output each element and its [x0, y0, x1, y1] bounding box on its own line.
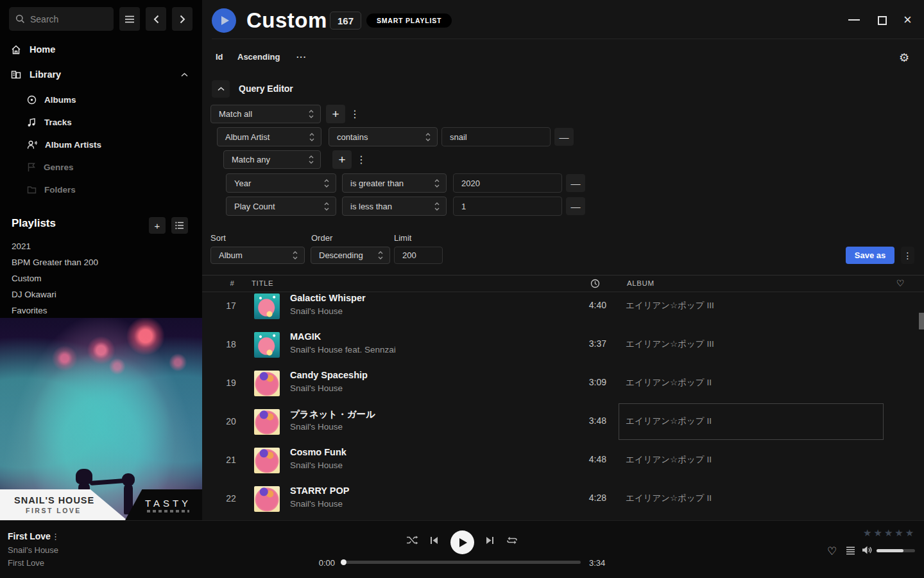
sidebar-item-albums[interactable]: Albums [0, 90, 202, 109]
add-playlist-button[interactable]: + [149, 217, 166, 234]
seek-bar[interactable] [343, 561, 581, 564]
remove-rule-button[interactable]: — [566, 197, 585, 215]
sort-select[interactable]: Album [210, 247, 305, 264]
match-type-select[interactable]: Match all [210, 105, 321, 123]
remove-rule-button[interactable]: — [554, 128, 574, 146]
track-album[interactable]: エイリアン☆ポップ II [626, 493, 712, 504]
rule-value-input[interactable] [441, 127, 551, 146]
table-row[interactable]: 21 Cosmo Funk Snail's House 4:48 エイリアン☆ポ… [202, 441, 924, 480]
seek-knob[interactable] [341, 559, 346, 565]
star-icon[interactable]: ★ [863, 527, 871, 539]
window-minimize-button[interactable] [848, 19, 860, 21]
next-button[interactable] [485, 536, 494, 545]
favorite-heart-icon[interactable]: ♡ [896, 278, 905, 288]
track-album[interactable]: エイリアン☆ポップ II [626, 377, 712, 389]
play-pause-button[interactable] [450, 530, 474, 554]
playlist-item[interactable]: Custom [12, 270, 191, 286]
save-menu-button[interactable]: ⋮ [901, 247, 914, 264]
track-album[interactable]: エイリアン☆ポップ III [626, 338, 714, 350]
playlist-item[interactable]: 2021 [12, 238, 191, 254]
shuffle-button[interactable] [406, 536, 418, 545]
track-artist[interactable]: Snail's House [290, 383, 343, 393]
volume-icon[interactable] [862, 545, 873, 555]
rule-operator-select[interactable]: is less than [342, 197, 447, 216]
table-row[interactable]: 18 MAGIK Snail's House feat. Sennzai 3:3… [202, 326, 924, 364]
limit-input[interactable] [394, 247, 443, 264]
rating-stars[interactable]: ★ ★ ★ ★ ★ [863, 527, 914, 539]
repeat-button[interactable] [506, 536, 518, 545]
volume-slider[interactable] [877, 549, 915, 552]
column-title[interactable]: TITLE [252, 279, 273, 287]
rule-operator-select[interactable]: is greater than [342, 173, 447, 193]
search-input[interactable]: Search [9, 7, 114, 31]
queue-button[interactable] [846, 547, 855, 555]
more-options-button[interactable]: ··· [296, 52, 307, 62]
star-icon[interactable]: ★ [873, 527, 882, 539]
rule-field-select[interactable]: Play Count [226, 197, 336, 216]
now-playing-artist[interactable]: Snail's House [8, 545, 58, 555]
table-row[interactable]: 17 Galactic Whisper Snail's House 4:40 エ… [202, 293, 924, 326]
rule-field-select[interactable]: Year [226, 173, 336, 193]
group-menu-button[interactable]: ⋮ [350, 105, 360, 123]
track-artist[interactable]: Snail's House [290, 306, 343, 316]
select-value: is less than [350, 202, 392, 211]
sidebar-item-genres[interactable]: Genres [0, 157, 202, 177]
playlist-item[interactable]: BPM Greater than 200 [12, 254, 191, 270]
sidebar-item-folders[interactable]: Folders [0, 180, 202, 199]
now-playing-album[interactable]: First Love [8, 558, 44, 568]
remove-rule-button[interactable]: — [566, 174, 585, 192]
now-playing-artwork[interactable]: SNAIL'S HOUSE FIRST LOVE TASTY [0, 318, 202, 520]
track-album[interactable]: エイリアン☆ポップ II [626, 416, 712, 427]
table-row[interactable]: 22 STARRY POP Snail's House 4:28 エイリアン☆ポ… [202, 480, 924, 518]
track-artist[interactable]: Snail's House [290, 422, 343, 432]
star-icon[interactable]: ★ [884, 527, 893, 539]
track-album[interactable]: エイリアン☆ポップ II [626, 454, 712, 466]
rule-operator-select[interactable]: contains [329, 127, 438, 146]
column-album[interactable]: ALBUM [627, 279, 654, 287]
favorite-button[interactable]: ♡ [827, 545, 837, 558]
sort-field-button[interactable]: Id [216, 52, 223, 62]
now-playing-title[interactable]: First Love [8, 531, 51, 541]
rule-value-input[interactable] [453, 173, 562, 193]
column-number[interactable]: # [225, 279, 239, 287]
window-close-button[interactable]: × [903, 12, 912, 28]
nested-match-type-select[interactable]: Match any [223, 150, 321, 169]
track-artist[interactable]: Snail's House [290, 499, 343, 509]
track-artist[interactable]: Snail's House feat. Sennzai [290, 345, 396, 355]
add-nested-rule-button[interactable]: + [332, 150, 352, 169]
rule-field-select[interactable]: Album Artist [217, 127, 321, 146]
star-icon[interactable]: ★ [894, 527, 903, 539]
sidebar-item-home[interactable]: Home [0, 40, 202, 59]
duration-clock-icon[interactable] [590, 279, 600, 288]
nav-forward-button[interactable] [172, 7, 193, 31]
gear-icon[interactable]: ⚙ [899, 51, 909, 65]
now-playing-menu-button[interactable]: ⋮ [51, 532, 60, 541]
chevron-up-icon[interactable] [181, 73, 188, 77]
rule-value-input[interactable] [453, 197, 562, 216]
sort-direction-button[interactable]: Ascending [237, 52, 280, 62]
order-select[interactable]: Descending [311, 247, 390, 264]
scrollbar-thumb[interactable] [919, 313, 924, 329]
player-bar: First Love ⋮ Snail's House First Love 0:… [0, 520, 924, 578]
query-editor-title: Query Editor [239, 83, 293, 94]
table-row[interactable]: 20 プラネット・ガール Snail's House 3:48 エイリアン☆ポッ… [202, 403, 924, 441]
sidebar-item-library[interactable]: Library [0, 65, 202, 84]
save-as-button[interactable]: Save as [846, 247, 894, 264]
sidebar-item-tracks[interactable]: Tracks [0, 112, 202, 132]
previous-button[interactable] [430, 536, 439, 545]
play-playlist-button[interactable] [212, 8, 236, 33]
nav-back-button[interactable] [146, 7, 166, 31]
star-icon[interactable]: ★ [905, 527, 914, 539]
playlist-item[interactable]: Favorites [12, 302, 191, 318]
playlist-item[interactable]: DJ Okawari [12, 286, 191, 302]
query-editor-collapse-button[interactable] [212, 80, 230, 98]
nested-group-menu-button[interactable]: ⋮ [356, 150, 366, 169]
playlist-list-button[interactable] [171, 217, 188, 234]
table-row[interactable]: 19 Candy Spaceship Snail's House 3:09 エイ… [202, 364, 924, 403]
sidebar-item-album-artists[interactable]: Album Artists [0, 135, 202, 154]
track-artist[interactable]: Snail's House [290, 460, 343, 470]
menu-button[interactable] [119, 7, 140, 31]
window-maximize-button[interactable] [878, 16, 887, 25]
add-rule-button[interactable]: + [326, 105, 345, 123]
track-album[interactable]: エイリアン☆ポップ III [626, 300, 714, 311]
